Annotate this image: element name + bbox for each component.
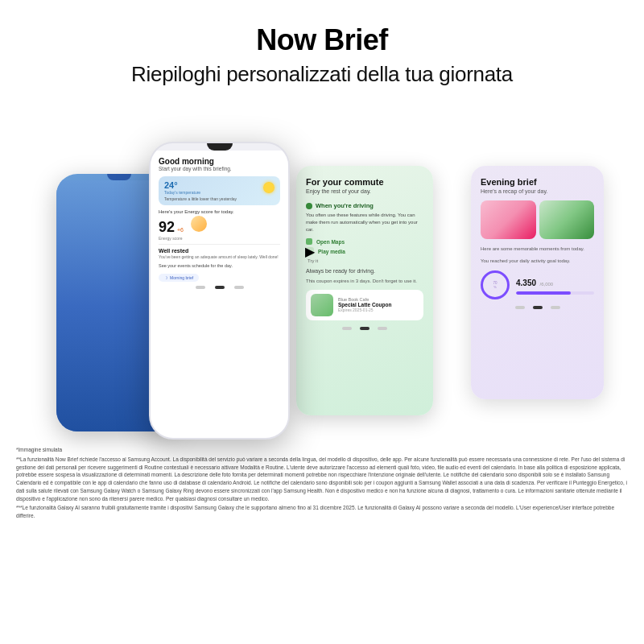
- card-commute-section-header: When you're driving: [306, 202, 423, 209]
- phone-weather-row: 24° Today's temperature: [164, 180, 275, 195]
- card-photo-1: [481, 200, 536, 239]
- card-evening-bottom-nav: [481, 306, 594, 309]
- card-evening-nav-recent: [551, 306, 560, 309]
- phone-energy-icon: [191, 216, 207, 232]
- card-commute-bottom-nav: [306, 327, 423, 330]
- header-section: Now Brief Riepiloghi personalizzati dell…: [131, 0, 513, 93]
- phone-well-rested: Well rested: [159, 248, 280, 254]
- phone-weather-desc: Temperature a little lower than yesterda…: [164, 196, 275, 201]
- card-nav-home: [360, 327, 369, 330]
- phone-energy-delta: +6: [177, 227, 184, 233]
- card-play-media-row: ▶ Play media: [306, 247, 423, 255]
- card-try-it: Try it: [306, 258, 423, 263]
- driving-icon: [306, 203, 312, 209]
- phone-weather-card: 24° Today's temperature Temperature a li…: [159, 176, 280, 205]
- main-title: Now Brief: [131, 23, 513, 57]
- card-score-row: 70 % 4.350 /6,000: [481, 270, 594, 299]
- card-commute-section-title: When you're driving: [316, 202, 374, 209]
- phone-back-notch: [107, 174, 131, 180]
- phone-main-notch: [207, 143, 233, 151]
- card-nav-back: [342, 327, 352, 330]
- card-coupon-info: Blue Book Cafe Special Latte Coupon Expi…: [338, 297, 419, 312]
- coupon-image: [311, 294, 333, 316]
- phone-energy-score-row: 92 +6: [159, 216, 280, 236]
- card-score-steps: 4.350: [516, 279, 536, 287]
- card-photo-row: [481, 200, 594, 239]
- phone-nav-back: [196, 286, 205, 289]
- phone-energy-label: Here's your Energy score for today.: [159, 209, 280, 214]
- phone-main: Good morning Start your day with this br…: [149, 142, 290, 440]
- card-coupon-name: Special Latte Coupon: [338, 302, 419, 308]
- card-score-info: 4.350 /6,000: [516, 275, 594, 295]
- card-score-pct-label: %: [493, 285, 497, 289]
- card-open-maps-label: Open Maps: [316, 239, 345, 245]
- play-icon: ▶: [306, 247, 314, 255]
- card-commute-title: For your commute: [306, 177, 423, 187]
- phone-weather-left: 24° Today's temperature: [164, 180, 200, 195]
- phone-main-screen: Good morning Start your day with this br…: [151, 151, 288, 438]
- page-wrapper: Now Brief Riepiloghi personalizzati dell…: [0, 0, 644, 644]
- footnote-0: *Immagine simulata: [16, 446, 628, 454]
- card-commute-body: You often use these features while drivi…: [306, 212, 423, 233]
- phone-weather-label: Today's temperature: [164, 190, 200, 195]
- card-score-circle: 70 %: [481, 270, 510, 299]
- phone-energy-num: 92: [159, 219, 175, 236]
- card-nav-recent: [378, 327, 387, 330]
- card-commute: For your commute Enjoy the rest of your …: [296, 166, 433, 415]
- card-progress-bar: [516, 291, 594, 295]
- footnote-1: **La funzionalità Now Brief richiede l'a…: [16, 456, 628, 503]
- phone-bottom-nav: [159, 283, 280, 292]
- card-play-media-label: Play media: [318, 249, 345, 254]
- card-evening-nav-home: [533, 306, 543, 309]
- card-evening-nav-back: [515, 306, 525, 309]
- footnote-2: ***Le funzionalità Galaxy AI saranno fru…: [16, 504, 628, 520]
- card-evening: Evening brief Here's a recap of your day…: [471, 166, 604, 399]
- card-progress-fill: [516, 291, 571, 295]
- card-always-ready: Always be ready for driving.: [306, 268, 423, 274]
- card-open-maps-row: Open Maps: [306, 238, 423, 245]
- subtitle: Riepiloghi personalizzati della tua gior…: [131, 62, 513, 87]
- phone-greeting: Good morning: [159, 157, 280, 166]
- card-commute-subtitle: Enjoy the rest of your day.: [306, 188, 423, 194]
- card-coupon-box: Blue Book Cafe Special Latte Coupon Expi…: [306, 290, 423, 320]
- phone-nav-home: [215, 286, 225, 289]
- footnote-section: *Immagine simulata **La funzionalità Now…: [0, 440, 644, 526]
- phone-greeting-sub: Start your day with this briefing.: [159, 166, 280, 171]
- phone-morning-brief-pill: ☽ Morning brief: [159, 274, 199, 282]
- morning-brief-label: Morning brief: [170, 275, 193, 280]
- card-coupon-notice: This coupon expires in 3 days. Don't for…: [306, 278, 423, 284]
- card-coupon-expiry: Expires 2025-01-25: [338, 308, 419, 312]
- phone-see-events: See your events schedule for the day.: [159, 263, 280, 268]
- card-evening-subtitle: Here's a recap of your day.: [481, 188, 594, 194]
- phone-well-rested-desc: You've been getting an adequate amount o…: [159, 254, 280, 259]
- card-memorable-text: Here are some memorable moments from tod…: [481, 246, 594, 252]
- card-score-goal: /6,000: [539, 282, 553, 287]
- phone-temp: 24°: [164, 180, 200, 190]
- card-evening-title: Evening brief: [481, 177, 594, 187]
- visual-section: Good morning Start your day with this br…: [0, 101, 644, 440]
- phone-nav-recent: [234, 286, 244, 289]
- moon-icon: ☽: [164, 275, 167, 280]
- card-photo-2: [539, 200, 595, 239]
- card-activity-text: You reached your daily activity goal tod…: [481, 258, 594, 264]
- sun-icon: [263, 182, 275, 193]
- phone-energy-sublabel: Energy score: [159, 236, 280, 241]
